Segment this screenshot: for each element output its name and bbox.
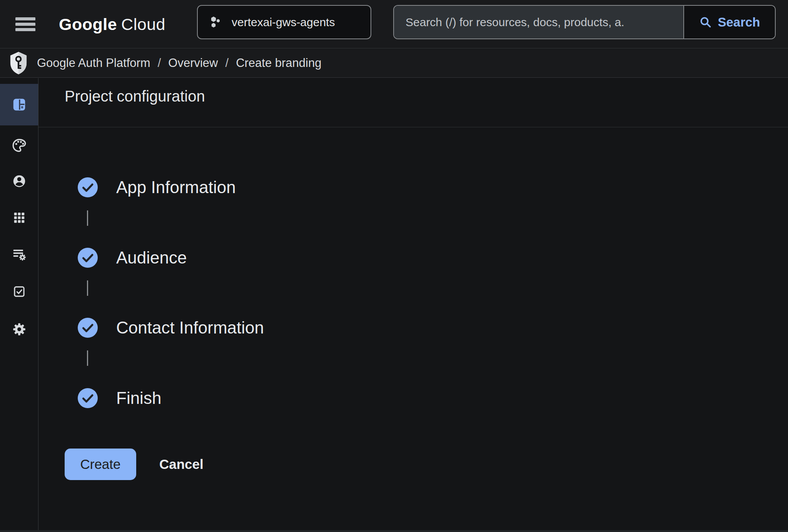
step-label: App Information [116, 178, 236, 197]
breadcrumb-item-overview[interactable]: Overview [168, 56, 218, 70]
branding-palette-icon [11, 137, 27, 153]
audience-person-icon [11, 173, 27, 189]
step-label: Finish [116, 389, 161, 408]
search-button[interactable]: Search [683, 6, 775, 38]
nav-item-data-access[interactable] [0, 236, 38, 273]
hamburger-menu-icon [15, 17, 35, 32]
step-app-information[interactable]: App Information [78, 177, 236, 197]
nav-item-verification-center[interactable] [0, 273, 38, 310]
breadcrumb: Google Auth Platform / Overview / Create… [37, 56, 321, 70]
project-name: vertexai-gws-agents [232, 16, 335, 29]
step-connector [87, 210, 88, 226]
nav-item-branding[interactable] [0, 127, 38, 164]
settings-gear-icon [11, 321, 27, 337]
top-bar: Google Cloud vertexai-gws-agents Search [0, 0, 788, 48]
step-contact-information[interactable]: Contact Information [78, 318, 264, 338]
page-title: Project configuration [65, 88, 205, 105]
step-check-icon [78, 388, 98, 408]
title-divider [38, 127, 788, 127]
step-audience[interactable]: Audience [78, 248, 187, 268]
step-check-icon [78, 248, 98, 268]
left-nav [0, 78, 38, 532]
google-cloud-logo[interactable]: Google Cloud [59, 0, 165, 48]
verification-checkbox-icon [11, 284, 27, 300]
search-bar: Search [393, 5, 776, 39]
step-check-icon [78, 177, 98, 197]
bottom-edge-strip [0, 530, 788, 532]
search-button-label: Search [718, 15, 760, 30]
step-connector [87, 280, 88, 296]
nav-item-overview[interactable] [0, 84, 38, 125]
main-content: Project configuration App Information Au… [38, 78, 788, 532]
step-label: Audience [116, 248, 187, 267]
data-access-list-gear-icon [11, 246, 27, 262]
auth-platform-shield-key-icon [8, 51, 28, 75]
logo-word-google: Google [59, 15, 117, 34]
breadcrumb-bar: Google Auth Platform / Overview / Create… [0, 49, 788, 78]
breadcrumb-separator: / [158, 56, 161, 70]
google-cloud-console: Google Cloud vertexai-gws-agents Search [0, 0, 788, 532]
create-button[interactable]: Create [65, 449, 136, 480]
overview-dashboard-icon [11, 97, 27, 113]
step-finish[interactable]: Finish [78, 388, 161, 408]
project-hexagons-icon [209, 15, 222, 29]
search-icon [699, 15, 713, 29]
nav-item-settings[interactable] [0, 311, 38, 348]
step-connector [87, 350, 88, 366]
main-menu-button[interactable] [14, 13, 37, 35]
clients-apps-grid-icon [11, 210, 27, 226]
nav-item-clients[interactable] [0, 199, 38, 236]
search-input[interactable] [394, 6, 683, 38]
breadcrumb-separator: / [225, 56, 229, 70]
step-label: Contact Information [116, 318, 264, 337]
project-selector[interactable]: vertexai-gws-agents [197, 5, 371, 39]
cancel-button[interactable]: Cancel [155, 449, 207, 480]
breadcrumb-item-create-branding[interactable]: Create branding [236, 56, 321, 70]
step-check-icon [78, 318, 98, 338]
breadcrumb-item-auth-platform[interactable]: Google Auth Platform [37, 56, 150, 70]
nav-item-audience[interactable] [0, 163, 38, 200]
logo-word-cloud: Cloud [121, 15, 165, 34]
